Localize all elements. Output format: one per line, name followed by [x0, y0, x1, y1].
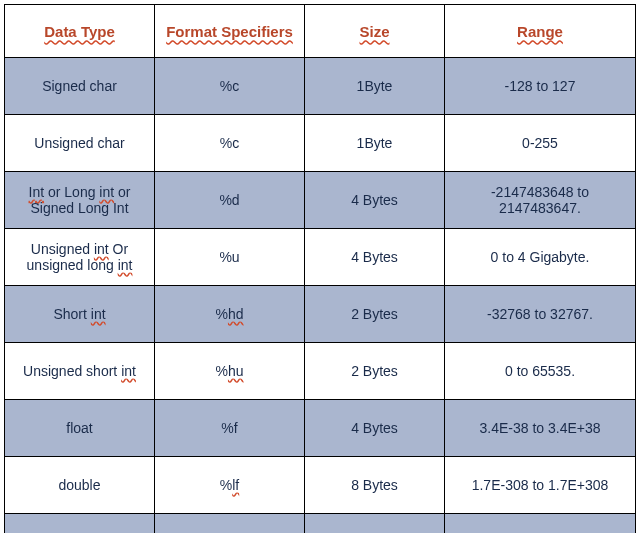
cell-size: 1Byte	[305, 58, 445, 115]
cell-size: 1Byte	[305, 115, 445, 172]
cell-data-type: Unsigned short int	[5, 343, 155, 400]
cell-range: -128 to 127	[445, 58, 636, 115]
cell-range: -32768 to 32767.	[445, 286, 636, 343]
table-row: Short int %hd 2 Bytes -32768 to 32767.	[5, 286, 636, 343]
data-types-table: Data Type Format Specifiers Size Range S…	[4, 4, 636, 533]
table-row: double %lf 8 Bytes 1.7E-308 to 1.7E+308	[5, 457, 636, 514]
table-row: Int or Long int or Signed Long Int %d 4 …	[5, 172, 636, 229]
cell-range: -2147483648 to 2147483647.	[445, 172, 636, 229]
cell-range: 0 to 4 Gigabyte.	[445, 229, 636, 286]
table-row: Long Double %Lf 10 Bytes 3.4E-4932 to 1.…	[5, 514, 636, 534]
cell-data-type: Unsigned char	[5, 115, 155, 172]
cell-range: 3.4E-4932 to 1.1E+4932.	[445, 514, 636, 534]
cell-size: 4 Bytes	[305, 229, 445, 286]
cell-format: %lf	[155, 457, 305, 514]
cell-format: %hu	[155, 343, 305, 400]
header-size: Size	[305, 5, 445, 58]
table-header-row: Data Type Format Specifiers Size Range	[5, 5, 636, 58]
cell-size: 2 Bytes	[305, 286, 445, 343]
cell-data-type: double	[5, 457, 155, 514]
cell-size: 10 Bytes	[305, 514, 445, 534]
cell-format: %d	[155, 172, 305, 229]
cell-size: 4 Bytes	[305, 172, 445, 229]
cell-range: 3.4E-38 to 3.4E+38	[445, 400, 636, 457]
cell-format: %c	[155, 58, 305, 115]
cell-format: %c	[155, 115, 305, 172]
cell-data-type: Int or Long int or Signed Long Int	[5, 172, 155, 229]
header-data-type: Data Type	[5, 5, 155, 58]
table-row: float %f 4 Bytes 3.4E-38 to 3.4E+38	[5, 400, 636, 457]
header-format-specifiers: Format Specifiers	[155, 5, 305, 58]
table-row: Unsigned int Or unsigned long int %u 4 B…	[5, 229, 636, 286]
cell-size: 2 Bytes	[305, 343, 445, 400]
cell-data-type: Short int	[5, 286, 155, 343]
table-row: Unsigned char %c 1Byte 0-255	[5, 115, 636, 172]
cell-format: %u	[155, 229, 305, 286]
cell-format: %hd	[155, 286, 305, 343]
table-row: Unsigned short int %hu 2 Bytes 0 to 6553…	[5, 343, 636, 400]
header-range: Range	[445, 5, 636, 58]
cell-data-type: Signed char	[5, 58, 155, 115]
cell-range: 1.7E-308 to 1.7E+308	[445, 457, 636, 514]
cell-format: %f	[155, 400, 305, 457]
cell-size: 4 Bytes	[305, 400, 445, 457]
cell-range: 0 to 65535.	[445, 343, 636, 400]
cell-size: 8 Bytes	[305, 457, 445, 514]
cell-data-type: Long Double	[5, 514, 155, 534]
cell-range: 0-255	[445, 115, 636, 172]
cell-format: %Lf	[155, 514, 305, 534]
cell-data-type: float	[5, 400, 155, 457]
cell-data-type: Unsigned int Or unsigned long int	[5, 229, 155, 286]
table-row: Signed char %c 1Byte -128 to 127	[5, 58, 636, 115]
